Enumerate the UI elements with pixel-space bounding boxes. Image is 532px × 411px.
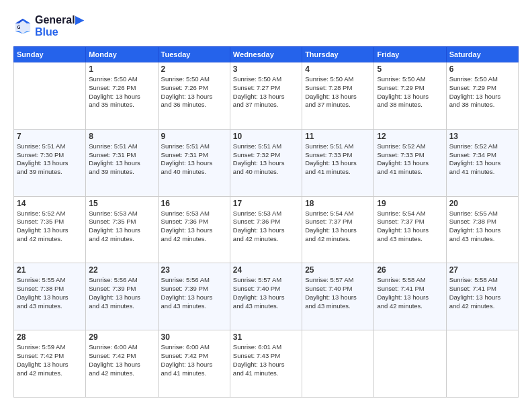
day-number: 2 <box>161 64 227 74</box>
day-number: 7 <box>17 132 83 141</box>
header: G General▶ Blue <box>13 13 519 38</box>
calendar-week-5: 28Sunrise: 5:59 AM Sunset: 7:42 PM Dayli… <box>14 330 519 398</box>
cell-info: Sunrise: 6:00 AM Sunset: 7:42 PM Dayligh… <box>161 343 227 377</box>
calendar-cell: 11Sunrise: 5:51 AM Sunset: 7:33 PM Dayli… <box>302 129 374 196</box>
day-number: 10 <box>233 132 299 141</box>
calendar-cell: 6Sunrise: 5:50 AM Sunset: 7:29 PM Daylig… <box>446 62 518 130</box>
calendar-cell: 30Sunrise: 6:00 AM Sunset: 7:42 PM Dayli… <box>158 330 230 398</box>
day-number: 4 <box>305 64 371 74</box>
calendar-cell: 4Sunrise: 5:50 AM Sunset: 7:28 PM Daylig… <box>302 62 374 130</box>
page: G General▶ Blue Sunday Monday Tuesday We… <box>0 0 532 411</box>
cell-info: Sunrise: 5:58 AM Sunset: 7:41 PM Dayligh… <box>449 276 515 310</box>
calendar-cell: 29Sunrise: 6:00 AM Sunset: 7:42 PM Dayli… <box>86 330 158 398</box>
calendar-cell: 13Sunrise: 5:52 AM Sunset: 7:34 PM Dayli… <box>446 129 518 196</box>
day-number: 12 <box>377 132 443 141</box>
day-number: 13 <box>449 132 515 141</box>
logo: G General▶ Blue <box>13 13 83 38</box>
calendar-cell: 23Sunrise: 5:56 AM Sunset: 7:39 PM Dayli… <box>158 263 230 330</box>
calendar-cell: 18Sunrise: 5:54 AM Sunset: 7:37 PM Dayli… <box>302 196 374 263</box>
day-number: 22 <box>89 265 154 275</box>
calendar-cell: 7Sunrise: 5:51 AM Sunset: 7:30 PM Daylig… <box>14 129 86 196</box>
cell-info: Sunrise: 5:51 AM Sunset: 7:31 PM Dayligh… <box>161 142 227 177</box>
day-number: 24 <box>233 265 299 275</box>
cell-info: Sunrise: 5:50 AM Sunset: 7:26 PM Dayligh… <box>161 75 227 109</box>
calendar-cell <box>374 330 446 398</box>
day-number: 5 <box>377 64 443 74</box>
day-number: 31 <box>233 332 299 342</box>
cell-info: Sunrise: 5:54 AM Sunset: 7:37 PM Dayligh… <box>377 210 443 244</box>
calendar-cell: 3Sunrise: 5:50 AM Sunset: 7:27 PM Daylig… <box>230 62 302 130</box>
cell-info: Sunrise: 6:00 AM Sunset: 7:42 PM Dayligh… <box>89 343 154 377</box>
cell-info: Sunrise: 5:56 AM Sunset: 7:39 PM Dayligh… <box>89 276 154 310</box>
calendar-cell: 16Sunrise: 5:53 AM Sunset: 7:36 PM Dayli… <box>158 196 230 263</box>
cell-info: Sunrise: 5:51 AM Sunset: 7:32 PM Dayligh… <box>233 142 299 177</box>
calendar-week-2: 7Sunrise: 5:51 AM Sunset: 7:30 PM Daylig… <box>14 129 519 196</box>
day-number: 14 <box>17 199 83 208</box>
cell-info: Sunrise: 5:50 AM Sunset: 7:29 PM Dayligh… <box>449 75 515 109</box>
cell-info: Sunrise: 5:55 AM Sunset: 7:38 PM Dayligh… <box>449 210 515 244</box>
day-number: 18 <box>305 199 371 208</box>
cell-info: Sunrise: 5:51 AM Sunset: 7:30 PM Dayligh… <box>17 142 83 177</box>
cell-info: Sunrise: 5:52 AM Sunset: 7:33 PM Dayligh… <box>377 142 443 177</box>
calendar-cell: 8Sunrise: 5:51 AM Sunset: 7:31 PM Daylig… <box>86 129 158 196</box>
day-number: 26 <box>377 265 443 275</box>
calendar-cell: 22Sunrise: 5:56 AM Sunset: 7:39 PM Dayli… <box>86 263 158 330</box>
col-friday: Friday <box>374 47 446 62</box>
calendar-cell: 20Sunrise: 5:55 AM Sunset: 7:38 PM Dayli… <box>446 196 518 263</box>
day-number: 21 <box>17 265 83 275</box>
day-number: 9 <box>161 132 227 141</box>
cell-info: Sunrise: 5:53 AM Sunset: 7:36 PM Dayligh… <box>161 210 227 244</box>
cell-info: Sunrise: 5:50 AM Sunset: 7:26 PM Dayligh… <box>89 75 154 109</box>
col-monday: Monday <box>86 47 158 62</box>
calendar-table: Sunday Monday Tuesday Wednesday Thursday… <box>13 46 519 398</box>
logo-icon: G <box>13 17 32 36</box>
calendar-cell: 9Sunrise: 5:51 AM Sunset: 7:31 PM Daylig… <box>158 129 230 196</box>
cell-info: Sunrise: 5:51 AM Sunset: 7:31 PM Dayligh… <box>89 142 154 177</box>
logo-text: General▶ Blue <box>35 13 83 38</box>
col-saturday: Saturday <box>446 47 518 62</box>
day-number: 8 <box>89 132 154 141</box>
day-number: 1 <box>89 64 154 74</box>
calendar-header-row: Sunday Monday Tuesday Wednesday Thursday… <box>14 47 519 62</box>
cell-info: Sunrise: 5:50 AM Sunset: 7:29 PM Dayligh… <box>377 75 443 109</box>
day-number: 15 <box>89 199 154 208</box>
calendar-cell: 25Sunrise: 5:57 AM Sunset: 7:40 PM Dayli… <box>302 263 374 330</box>
day-number: 16 <box>161 199 227 208</box>
cell-info: Sunrise: 5:54 AM Sunset: 7:37 PM Dayligh… <box>305 210 371 244</box>
cell-info: Sunrise: 5:53 AM Sunset: 7:36 PM Dayligh… <box>233 210 299 244</box>
calendar-cell: 21Sunrise: 5:55 AM Sunset: 7:38 PM Dayli… <box>14 263 86 330</box>
day-number: 11 <box>305 132 371 141</box>
calendar-cell <box>14 62 86 130</box>
col-thursday: Thursday <box>302 47 374 62</box>
day-number: 17 <box>233 199 299 208</box>
calendar-cell <box>446 330 518 398</box>
calendar-cell: 27Sunrise: 5:58 AM Sunset: 7:41 PM Dayli… <box>446 263 518 330</box>
cell-info: Sunrise: 5:52 AM Sunset: 7:34 PM Dayligh… <box>449 142 515 177</box>
calendar-cell: 19Sunrise: 5:54 AM Sunset: 7:37 PM Dayli… <box>374 196 446 263</box>
cell-info: Sunrise: 5:57 AM Sunset: 7:40 PM Dayligh… <box>233 276 299 310</box>
day-number: 3 <box>233 64 299 74</box>
cell-info: Sunrise: 5:52 AM Sunset: 7:35 PM Dayligh… <box>17 210 83 244</box>
calendar-cell: 15Sunrise: 5:53 AM Sunset: 7:35 PM Dayli… <box>86 196 158 263</box>
calendar-cell: 17Sunrise: 5:53 AM Sunset: 7:36 PM Dayli… <box>230 196 302 263</box>
day-number: 30 <box>161 332 227 342</box>
cell-info: Sunrise: 5:56 AM Sunset: 7:39 PM Dayligh… <box>161 276 227 310</box>
calendar-week-3: 14Sunrise: 5:52 AM Sunset: 7:35 PM Dayli… <box>14 196 519 263</box>
cell-info: Sunrise: 5:53 AM Sunset: 7:35 PM Dayligh… <box>89 210 154 244</box>
calendar-cell: 14Sunrise: 5:52 AM Sunset: 7:35 PM Dayli… <box>14 196 86 263</box>
calendar-cell: 5Sunrise: 5:50 AM Sunset: 7:29 PM Daylig… <box>374 62 446 130</box>
col-sunday: Sunday <box>14 47 86 62</box>
day-number: 6 <box>449 64 515 74</box>
day-number: 25 <box>305 265 371 275</box>
cell-info: Sunrise: 5:57 AM Sunset: 7:40 PM Dayligh… <box>305 276 371 310</box>
calendar-cell: 24Sunrise: 5:57 AM Sunset: 7:40 PM Dayli… <box>230 263 302 330</box>
day-number: 27 <box>449 265 515 275</box>
calendar-cell: 2Sunrise: 5:50 AM Sunset: 7:26 PM Daylig… <box>158 62 230 130</box>
calendar-cell: 26Sunrise: 5:58 AM Sunset: 7:41 PM Dayli… <box>374 263 446 330</box>
svg-text:G: G <box>17 25 21 30</box>
cell-info: Sunrise: 5:58 AM Sunset: 7:41 PM Dayligh… <box>377 276 443 310</box>
calendar-cell: 1Sunrise: 5:50 AM Sunset: 7:26 PM Daylig… <box>86 62 158 130</box>
calendar-cell <box>302 330 374 398</box>
day-number: 23 <box>161 265 227 275</box>
calendar-cell: 31Sunrise: 6:01 AM Sunset: 7:43 PM Dayli… <box>230 330 302 398</box>
